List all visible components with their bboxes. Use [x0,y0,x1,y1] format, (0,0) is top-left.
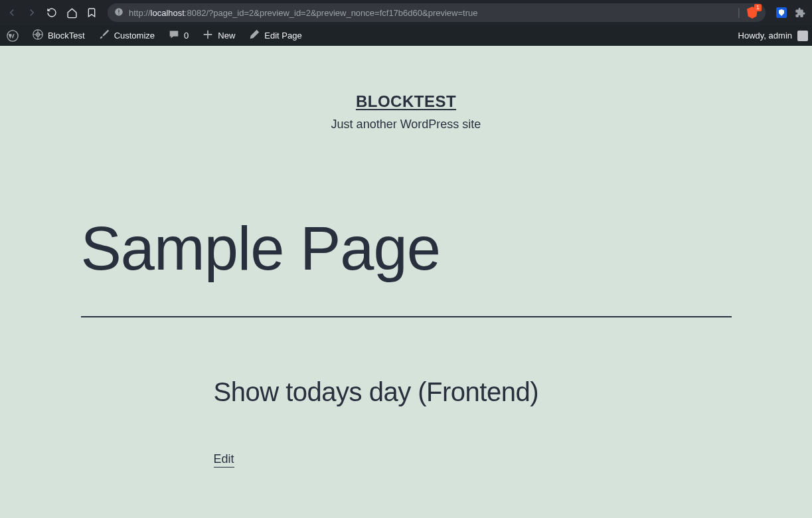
not-secure-icon [114,7,123,19]
home-button[interactable] [65,6,78,19]
url-text: http://localhost:8082/?page_id=2&preview… [129,8,732,18]
edit-page-menu[interactable]: Edit Page [242,25,308,46]
site-title-link[interactable]: BLOCKTEST [356,92,456,111]
bookmark-button[interactable] [85,6,98,19]
entry-content: Show todays day (Frontend) Edit [201,377,612,468]
svg-point-3 [7,30,18,41]
bitwarden-icon[interactable] [775,6,788,19]
site-content: BLOCKTEST Just another WordPress site Sa… [0,46,812,468]
brave-shields-icon[interactable]: 1 [746,6,759,19]
wp-adminbar: BlockTest Customize 0 New Edit Page [0,25,812,46]
new-menu[interactable]: New [195,25,242,46]
customize-menu[interactable]: Customize [92,25,161,46]
home-icon [32,29,44,43]
site-header: BLOCKTEST Just another WordPress site [0,92,812,131]
edit-page-label: Edit Page [264,31,301,41]
svg-rect-2 [118,13,119,14]
page-title: Sample Page [81,218,732,279]
reload-button[interactable] [45,6,58,19]
avatar [797,31,808,41]
back-button[interactable] [5,6,19,19]
comments-menu[interactable]: 0 [161,25,195,46]
comments-count: 0 [184,31,189,41]
pencil-icon [248,29,260,43]
browser-chrome: http://localhost:8082/?page_id=2&preview… [0,0,812,25]
address-bar[interactable]: http://localhost:8082/?page_id=2&preview… [108,3,766,22]
svg-rect-1 [118,9,119,13]
customize-label: Customize [114,31,155,41]
title-divider [81,316,732,317]
wp-logo-menu[interactable] [0,25,25,46]
brush-icon [98,29,110,43]
comment-icon [168,29,180,43]
edit-link[interactable]: Edit [214,452,234,468]
forward-button[interactable] [25,6,39,19]
separator: | [738,7,740,19]
site-name-label: BlockTest [48,31,85,41]
new-label: New [218,31,235,41]
extensions-icon[interactable] [793,6,807,19]
site-tagline: Just another WordPress site [0,118,812,131]
block-heading: Show todays day (Frontend) [214,377,599,407]
plus-icon [202,29,214,43]
site-name-menu[interactable]: BlockTest [25,25,92,46]
account-menu[interactable]: Howdy, admin [732,25,812,46]
howdy-text: Howdy, admin [738,31,792,41]
